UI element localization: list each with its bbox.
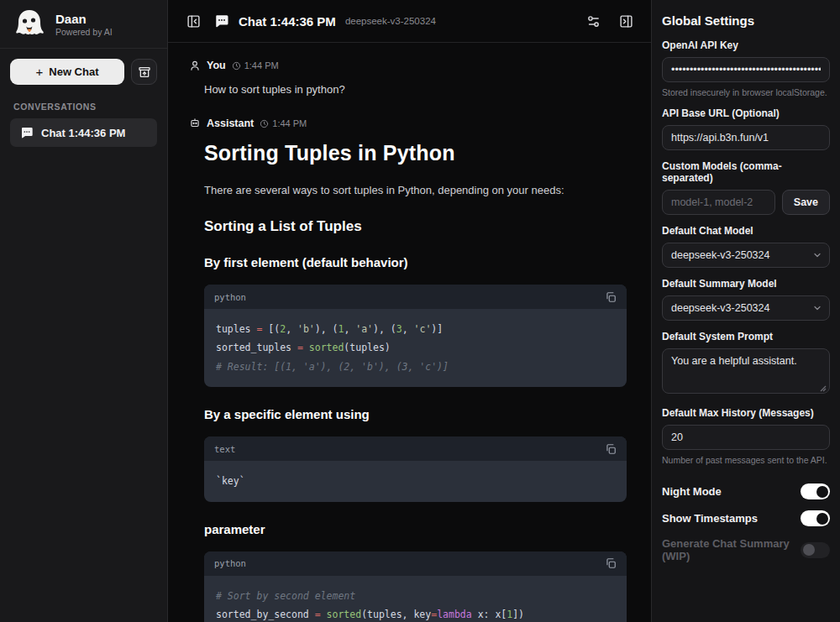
copy-code-button[interactable] xyxy=(605,557,617,569)
chat-settings-button[interactable] xyxy=(581,9,605,33)
chat-header: Chat 1:44:36 PM deepseek-v3-250324 xyxy=(168,0,651,43)
assistant-name: Assistant xyxy=(207,118,254,129)
night-mode-label: Night Mode xyxy=(662,485,722,498)
panel-left-close-icon xyxy=(186,14,201,29)
user-message: You 1:44 PM How to sort tuples in python… xyxy=(189,60,627,96)
open-right-panel-button[interactable] xyxy=(614,9,638,33)
sidebar: Daan Powered by AI + New Chat CONVERSATI… xyxy=(0,0,168,622)
new-chat-button[interactable]: + New Chat xyxy=(10,59,124,85)
user-message-text: How to sort tuples in python? xyxy=(204,83,627,96)
md-heading-3-specific-element: By a specific element using xyxy=(204,407,627,421)
assistant-message-header: Assistant 1:44 PM xyxy=(189,118,627,129)
generate-summary-row: Generate Chat Summary (WIP) xyxy=(662,537,830,562)
app-tagline: Powered by AI xyxy=(55,27,113,37)
copy-icon xyxy=(605,291,617,303)
api-key-label: OpenAI API Key xyxy=(662,39,830,51)
chat-main: Chat 1:44:36 PM deepseek-v3-250324 You xyxy=(168,0,651,622)
copy-code-button[interactable] xyxy=(605,443,617,455)
code-block-python-2: python# Sort by second elementsorted_by_… xyxy=(204,551,627,622)
copy-code-button[interactable] xyxy=(605,291,617,303)
settings-title: Global Settings xyxy=(662,13,830,28)
md-heading-3-parameter: parameter xyxy=(204,522,627,536)
summary-model-select[interactable]: deepseek-v3-250324 xyxy=(662,295,830,321)
generate-summary-label: Generate Chat Summary (WIP) xyxy=(662,537,801,562)
user-message-header: You 1:44 PM xyxy=(189,60,627,71)
clock-icon xyxy=(260,119,269,128)
md-heading-3-first-element: By first element (default behavior) xyxy=(204,255,627,269)
base-url-label: API Base URL (Optional) xyxy=(662,107,830,119)
code-block-python-1: pythontuples = [(2, 'b'), (1, 'a'), (3, … xyxy=(204,285,627,387)
chevron-down-icon xyxy=(812,303,822,313)
new-chat-label: New Chat xyxy=(49,65,98,78)
night-mode-row: Night Mode xyxy=(662,483,830,499)
bot-icon xyxy=(189,118,201,129)
chat-model-value: deepseek-v3-250324 xyxy=(662,243,830,268)
api-key-helper: Stored insecurely in browser localStorag… xyxy=(662,87,830,97)
chat-title: Chat 1:44:36 PM xyxy=(239,14,336,29)
api-key-input[interactable] xyxy=(662,57,830,82)
app-logo-ghost-icon xyxy=(12,7,47,42)
message-list: You 1:44 PM How to sort tuples in python… xyxy=(168,43,651,622)
app-name: Daan xyxy=(55,12,113,27)
conversations-heading: CONVERSATIONS xyxy=(0,90,167,118)
chevron-down-icon xyxy=(812,250,822,260)
chat-model-label: Default Chat Model xyxy=(662,225,830,237)
code-block-text-key: text`key` xyxy=(204,436,627,501)
custom-models-row: Save xyxy=(662,190,830,215)
system-prompt-textarea[interactable] xyxy=(662,348,830,394)
sliders-icon xyxy=(586,14,601,29)
archive-chats-button[interactable] xyxy=(131,59,157,85)
code-language-label: python xyxy=(214,558,246,568)
code-block-body: tuples = [(2, 'b'), (1, 'a'), (3, 'c')]s… xyxy=(204,309,627,387)
panel-right-icon xyxy=(619,14,633,29)
user-icon xyxy=(189,60,201,71)
global-settings-panel: Global Settings OpenAI API Key Stored in… xyxy=(651,0,840,622)
assistant-markdown: Sorting Tuples in Python There are sever… xyxy=(204,141,627,622)
show-timestamps-row: Show Timestamps xyxy=(662,510,830,526)
user-timestamp: 1:44 PM xyxy=(232,60,279,71)
archive-icon xyxy=(138,65,151,79)
chat-bubble-icon xyxy=(20,126,34,139)
chat-model-badge: deepseek-v3-250324 xyxy=(345,16,436,26)
max-history-input[interactable] xyxy=(662,425,830,450)
sidebar-actions: + New Chat xyxy=(0,49,167,90)
app-title-block: Daan Powered by AI xyxy=(55,12,113,37)
summary-model-label: Default Summary Model xyxy=(662,278,830,290)
md-paragraph: There are several ways to sort tuples in… xyxy=(204,184,627,196)
assistant-message: Assistant 1:44 PM Sorting Tuples in Pyth… xyxy=(189,118,627,622)
base-url-input[interactable] xyxy=(662,125,830,150)
collapse-sidebar-button[interactable] xyxy=(181,9,205,33)
conversation-list-item[interactable]: Chat 1:44:36 PM xyxy=(10,118,157,147)
max-history-label: Default Max History (Messages) xyxy=(662,407,830,419)
user-name: You xyxy=(207,60,226,71)
code-language-label: python xyxy=(214,292,246,302)
generate-summary-toggle xyxy=(801,542,830,558)
toggle-group: Night Mode Show Timestamps Generate Chat… xyxy=(662,483,830,562)
code-block-body: # Sort by second elementsorted_by_second… xyxy=(204,576,627,622)
max-history-helper: Number of past messages sent to the API. xyxy=(662,455,830,465)
code-block-header: python xyxy=(204,551,627,576)
system-prompt-label: Default System Prompt xyxy=(662,331,830,342)
conversation-title: Chat 1:44:36 PM xyxy=(41,127,125,139)
code-language-label: text xyxy=(214,444,235,454)
show-timestamps-toggle[interactable] xyxy=(801,510,830,526)
md-heading-2: Sorting a List of Tuples xyxy=(204,218,627,235)
summary-model-value: deepseek-v3-250324 xyxy=(662,295,830,321)
custom-models-label: Custom Models (comma-separated) xyxy=(662,160,830,184)
chat-title-icon xyxy=(214,13,229,29)
code-block-header: python xyxy=(204,285,627,309)
copy-icon xyxy=(605,443,617,455)
show-timestamps-label: Show Timestamps xyxy=(662,512,758,525)
md-heading-1: Sorting Tuples in Python xyxy=(204,141,627,165)
code-block-body: `key` xyxy=(204,461,627,501)
chat-model-select[interactable]: deepseek-v3-250324 xyxy=(662,243,830,268)
code-block-header: text xyxy=(204,436,627,461)
copy-icon xyxy=(605,557,617,569)
assistant-timestamp: 1:44 PM xyxy=(260,118,307,128)
save-models-button[interactable]: Save xyxy=(782,190,830,215)
app-brand: Daan Powered by AI xyxy=(0,0,167,49)
custom-models-input[interactable] xyxy=(662,190,775,215)
plus-icon: + xyxy=(36,65,44,79)
clock-icon xyxy=(232,61,241,71)
night-mode-toggle[interactable] xyxy=(801,483,830,499)
